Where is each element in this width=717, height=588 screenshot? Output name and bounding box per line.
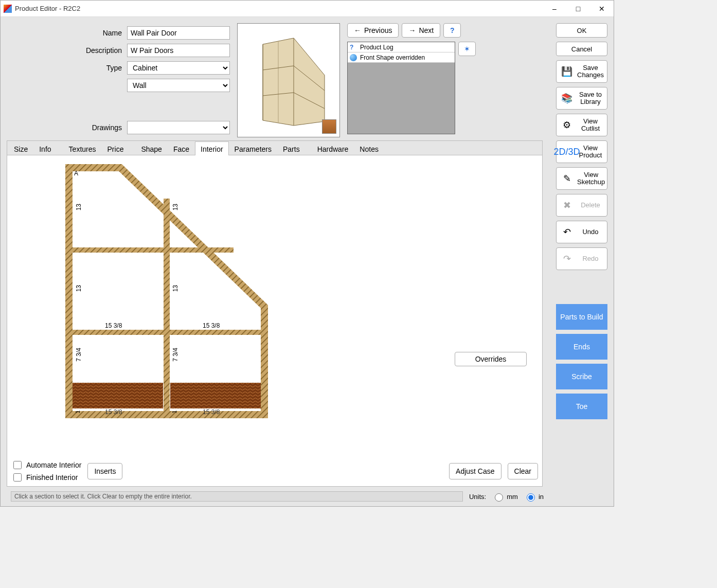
info-icon	[350, 54, 357, 61]
redo-button[interactable]: ↷ Redo	[556, 247, 607, 270]
library-icon: 📚	[560, 91, 574, 105]
undo-button[interactable]: ↶ Undo	[556, 221, 607, 243]
view-cutlist-button[interactable]: ⚙ View Cutlist	[556, 114, 607, 136]
app-window: Product Editor - R2C2 – □ ✕ Name Descrip…	[0, 0, 614, 507]
tab-face[interactable]: Face	[168, 141, 195, 156]
cancel-button[interactable]: Cancel	[556, 42, 607, 56]
ends-button[interactable]: Ends	[556, 334, 607, 360]
name-label: Name	[60, 29, 122, 37]
tab-price[interactable]: Price	[102, 141, 130, 156]
automate-interior-check[interactable]: Automate Interior	[11, 459, 81, 471]
titlebar: Product Editor - R2C2 – □ ✕	[1, 1, 614, 17]
redo-icon: ↷	[560, 252, 574, 266]
finished-interior-check[interactable]: Finished Interior	[11, 472, 81, 483]
name-input[interactable]	[127, 26, 230, 40]
tab-textures[interactable]: Textures	[63, 141, 102, 156]
fit-view-button[interactable]: ✶	[458, 42, 476, 56]
save-to-library-button[interactable]: 📚 Save to Library	[556, 87, 607, 110]
section-a-label: A	[74, 170, 78, 177]
close-button[interactable]: ✕	[590, 1, 614, 17]
action-column: OK Cancel 💾 Save Changes 📚 Save to Libra…	[556, 23, 607, 503]
units-mm[interactable]: mm	[492, 492, 518, 502]
property-tabs: Size Info Textures Price Shape Face Inte…	[7, 140, 543, 487]
tab-parameters[interactable]: Parameters	[229, 141, 277, 156]
tab-parts[interactable]: Parts	[277, 141, 306, 156]
help-button[interactable]: ?	[443, 23, 461, 38]
nav-log-column: ← Previous → Next ?	[347, 23, 476, 134]
next-button[interactable]: → Next	[402, 23, 440, 38]
tabstrip: Size Info Textures Price Shape Face Inte…	[7, 141, 542, 155]
previous-button[interactable]: ← Previous	[347, 23, 399, 38]
log-header-row: ? Product Log	[348, 42, 455, 52]
dim-h-bl: 15 3/8	[105, 408, 122, 416]
overrides-button[interactable]: Overrides	[455, 352, 527, 366]
app-icon	[4, 5, 12, 13]
sketchup-icon: ✎	[560, 171, 574, 186]
view-sketchup-button[interactable]: ✎ View Sketchup	[556, 167, 607, 190]
product-log[interactable]: ? Product Log Front Shape overridden	[347, 42, 455, 134]
dim-v-lr: 7 3/4	[172, 348, 179, 362]
dim-v-tr: 13	[172, 204, 179, 210]
inserts-button[interactable]: Inserts	[87, 463, 122, 479]
drawings-select[interactable]	[127, 121, 230, 134]
log-item[interactable]: Front Shape overridden	[348, 52, 455, 63]
tab-shape[interactable]: Shape	[135, 141, 167, 156]
dim-h-ml: 15 3/8	[105, 322, 122, 329]
view-2d3d-icon: 2D/3D	[560, 145, 574, 159]
save-changes-button[interactable]: 💾 Save Changes	[556, 60, 607, 83]
dim-v-tl: 13	[75, 204, 82, 210]
client-area: Name Description Type Cabinet Wall Drawi…	[1, 17, 614, 506]
cabinet-3d-icon	[247, 34, 330, 127]
parts-to-build-button[interactable]: Parts to Build	[556, 304, 607, 330]
top-row: Name Description Type Cabinet Wall Drawi…	[7, 23, 548, 137]
dim-v-mr: 13	[172, 285, 179, 292]
units-in[interactable]: in	[524, 492, 544, 502]
tab-interior[interactable]: Interior	[195, 141, 229, 156]
scribe-button[interactable]: Scribe	[556, 364, 607, 389]
clear-button[interactable]: Clear	[508, 463, 538, 479]
dim-v-br: 1	[172, 411, 177, 414]
svg-rect-14	[73, 383, 163, 408]
type-label: Type	[60, 64, 122, 72]
drawings-label: Drawings	[60, 123, 122, 132]
interior-tab-content: A 13 13 13 13 15 3/8 15 3/8 7 3/4 7 3/4 …	[7, 155, 542, 486]
tab-notes[interactable]: Notes	[354, 141, 384, 156]
dim-v-ll: 7 3/4	[75, 348, 82, 362]
delete-button[interactable]: ✖ Delete	[556, 194, 607, 217]
type-select[interactable]: Cabinet	[127, 61, 230, 75]
subtype-select[interactable]: Wall	[127, 79, 230, 92]
arrow-right-icon: →	[408, 26, 416, 34]
interior-bottom-controls: Automate Interior Finished Interior Inse…	[11, 459, 538, 483]
status-hint: Click a section to select it. Click Clea…	[11, 491, 463, 502]
description-label: Description	[60, 46, 122, 55]
preview-3d[interactable]	[237, 23, 340, 137]
minimize-button[interactable]: –	[543, 1, 566, 17]
description-input[interactable]	[127, 44, 230, 57]
maximize-button[interactable]: □	[566, 1, 590, 17]
dim-h-mr: 15 3/8	[203, 322, 220, 329]
tab-size[interactable]: Size	[8, 141, 33, 156]
sawblade-icon: ⚙	[560, 118, 574, 132]
dim-v-ml: 13	[75, 285, 82, 292]
view-cube-icon[interactable]	[322, 119, 336, 134]
form-area: Name Description Type Cabinet Wall Drawi…	[60, 23, 230, 134]
tab-hardware[interactable]: Hardware	[312, 141, 354, 156]
status-bar: Click a section to select it. Click Clea…	[7, 490, 548, 503]
dim-h-br: 15 3/8	[203, 408, 220, 416]
view-product-button[interactable]: 2D/3D View Product	[556, 140, 607, 163]
dim-v-bl: 1	[75, 411, 81, 414]
arrow-left-icon: ←	[354, 26, 361, 34]
tab-info[interactable]: Info	[33, 141, 57, 156]
svg-rect-15	[170, 383, 261, 408]
save-icon: 💾	[560, 64, 574, 79]
toe-button[interactable]: Toe	[556, 394, 607, 419]
delete-icon: ✖	[560, 198, 574, 212]
interior-drawing[interactable]: A 13 13 13 13 15 3/8 15 3/8 7 3/4 7 3/4 …	[64, 163, 270, 420]
units-label: Units:	[469, 493, 486, 501]
undo-icon: ↶	[560, 225, 574, 239]
help-icon: ?	[350, 44, 357, 51]
window-title: Product Editor - R2C2	[15, 5, 543, 12]
ok-button[interactable]: OK	[556, 23, 607, 38]
adjust-case-button[interactable]: Adjust Case	[449, 463, 501, 479]
